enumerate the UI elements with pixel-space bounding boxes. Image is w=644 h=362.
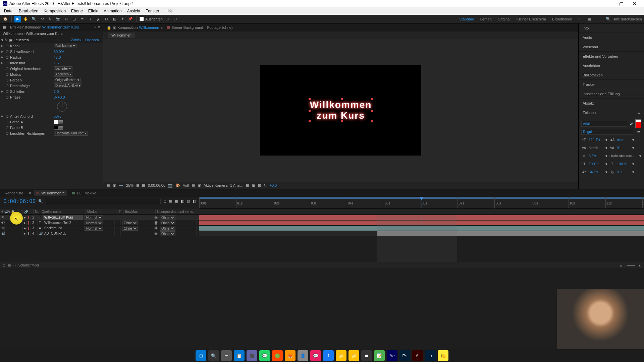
home-tool[interactable]: 🏠: [2, 16, 9, 22]
time-ruler[interactable]: :00s01s02s03s04s05s06s07s08s09s10s11s12s: [199, 197, 644, 209]
stopwatch-icon[interactable]: ⏱: [5, 55, 10, 59]
roto-tool[interactable]: ✦: [119, 16, 126, 22]
pan-behind-tool[interactable]: ⊕: [63, 16, 69, 22]
stopwatch-icon[interactable]: ⏱: [5, 72, 10, 76]
tab-menu-icon[interactable]: ≡: [160, 25, 162, 29]
vc-color-icon[interactable]: 🎨: [175, 183, 180, 188]
kerning[interactable]: Metrik: [589, 146, 603, 150]
parent-pickwhip-icon[interactable]: @: [153, 215, 158, 220]
menu-hilfe[interactable]: Hilfe: [162, 9, 175, 13]
layer-row[interactable]: 🔊 ▸ 4 🔊 AUTOUNFALL @ Ohne: [0, 231, 644, 236]
vc-i8[interactable]: ↻: [264, 183, 267, 188]
workspace-bibliotheken[interactable]: Bibliotheken: [552, 17, 572, 21]
tl-footer-icon2[interactable]: ⊞: [8, 263, 11, 267]
vc-3d-icon[interactable]: ▣: [198, 183, 201, 188]
leading[interactable]: Auto: [617, 138, 630, 142]
taskbar-app-18[interactable]: Lr: [425, 350, 436, 361]
snap-icon[interactable]: ⊞: [164, 16, 171, 22]
menu-ansicht[interactable]: Ansicht: [124, 9, 143, 13]
tab-renderliste[interactable]: Renderliste: [3, 190, 25, 196]
stopwatch-icon[interactable]: ⏱: [5, 126, 10, 130]
taskbar-app-8[interactable]: 👤: [298, 350, 308, 361]
exposure-value[interactable]: +0,0: [269, 183, 277, 187]
baseline[interactable]: 34 Px: [589, 170, 603, 174]
panel-menu-icon[interactable]: »: [94, 25, 96, 29]
puppet-tool[interactable]: 📌: [127, 16, 134, 22]
tl-btn1[interactable]: ⊡: [163, 199, 166, 203]
visibility-toggle[interactable]: 👁: [0, 220, 5, 225]
timeline-search[interactable]: [46, 199, 161, 204]
resolution[interactable]: Voll: [183, 183, 189, 187]
menu-komposition[interactable]: Komposition: [41, 9, 68, 13]
eye-icon[interactable]: 👁: [1, 210, 5, 214]
twirl-icon[interactable]: ▸: [1, 55, 5, 59]
shy-toggle[interactable]: ▸: [23, 215, 27, 220]
taskbar-app-7[interactable]: 🦊: [285, 350, 296, 361]
stroke-type[interactable]: Fläche über Kon...: [609, 154, 637, 158]
tab-dji[interactable]: DJI_Mexiko: [70, 190, 99, 196]
layer-row[interactable]: 👁 ▸ 2 T Willkommen Teil 2 Normal Ohne @ …: [0, 220, 644, 226]
tl-btn2[interactable]: ⊞: [169, 199, 172, 203]
taskbar-app-2[interactable]: ▭: [221, 350, 232, 361]
parent-pickwhip-icon[interactable]: @: [153, 231, 158, 236]
effect-header[interactable]: ▾ fx ▣ Leuchten Zurück Optionen...: [0, 37, 103, 43]
twirl-icon[interactable]: ▸: [1, 114, 5, 118]
taskbar-app-15[interactable]: Ae: [387, 350, 397, 361]
prop-value[interactable]: 50%: [54, 114, 61, 118]
hand-tool[interactable]: ✋: [22, 16, 29, 22]
blend-mode[interactable]: Normal: [85, 215, 103, 220]
stopwatch-icon[interactable]: ⏱: [5, 120, 10, 124]
phase-dial[interactable]: [57, 102, 67, 112]
vc-i6[interactable]: ▣: [252, 183, 255, 188]
vc-transparent-icon[interactable]: ▦: [192, 183, 195, 188]
speaker-icon[interactable]: 🔊: [5, 210, 9, 214]
vc-snapshot-icon[interactable]: 📷: [168, 183, 173, 188]
effect-twirl-icon[interactable]: ▾: [1, 38, 3, 42]
taskbar-app-19[interactable]: 🍋: [438, 350, 448, 361]
blend-mode[interactable]: Normal: [85, 226, 103, 231]
panel-inhaltsbasierte-füllung[interactable]: Inhaltsbasierte Füllung: [579, 89, 644, 99]
taskbar-app-6[interactable]: 🟢: [272, 350, 283, 361]
layer-name[interactable]: AUTOUNFALL: [43, 231, 83, 236]
visibility-toggle[interactable]: 👁: [0, 215, 5, 220]
stopwatch-icon[interactable]: ⏱: [5, 95, 10, 99]
eyedropper-icon[interactable]: 💉: [629, 121, 633, 126]
panel-info[interactable]: Info: [579, 23, 644, 33]
twirl-icon[interactable]: ▸: [1, 49, 5, 54]
tab-willkommen[interactable]: Willkommen ≡: [34, 190, 66, 196]
layer-row[interactable]: 👁 ▸ 3 ■ Background Normal Ohne @ Ohne: [0, 226, 644, 231]
panel-vorschau[interactable]: Vorschau: [579, 42, 644, 52]
viewer-tab-layer[interactable]: Ebene Background: [167, 25, 203, 29]
panel-menu-icon[interactable]: ≡: [638, 111, 640, 115]
viewer-tab-comp[interactable]: 🔒 ▣ Komposition Willkommen ≡: [107, 25, 163, 30]
color-swatch[interactable]: [54, 120, 58, 124]
prop-value[interactable]: 0x+0,0°: [54, 95, 66, 99]
taskbar-app-1[interactable]: 🔍: [208, 350, 219, 361]
layer-duration-bar[interactable]: [377, 231, 644, 236]
visibility-toggle[interactable]: 🔊: [0, 231, 5, 236]
minimize-button[interactable]: ─: [601, 0, 614, 7]
font-family[interactable]: [581, 121, 627, 127]
color-picker-icon[interactable]: [58, 126, 63, 130]
shy-toggle[interactable]: ▸: [23, 226, 27, 231]
vc-guides-icon[interactable]: ▦: [142, 183, 145, 188]
parent-select[interactable]: Ohne: [160, 221, 175, 225]
selection-tool[interactable]: ▶: [14, 16, 21, 22]
rotate-tool[interactable]: ↻: [47, 16, 53, 22]
zoom-in-icon[interactable]: ▲: [638, 263, 641, 267]
viewer-timecode[interactable]: 0:00:06:00: [148, 183, 165, 187]
parent-select[interactable]: Ohne: [160, 215, 175, 220]
taskbar-app-14[interactable]: 📝: [374, 350, 385, 361]
track-matte[interactable]: Ohne: [122, 221, 138, 225]
effect-back[interactable]: Zurück: [71, 38, 82, 42]
parent-select[interactable]: Ohne: [160, 231, 175, 236]
stopwatch-icon[interactable]: ⏱: [5, 89, 10, 94]
camera-select[interactable]: Aktive Kamera: [204, 183, 228, 187]
panel-menu2-icon[interactable]: ≡: [98, 25, 100, 29]
workspace-more-icon[interactable]: »: [578, 17, 580, 21]
vc-i5[interactable]: ▦: [246, 183, 249, 188]
close-button[interactable]: ✕: [628, 0, 641, 7]
vc-i7[interactable]: ⊡: [258, 183, 261, 188]
tl-btn6[interactable]: ◧: [193, 199, 196, 203]
snap2-icon[interactable]: ⊡: [172, 16, 179, 22]
